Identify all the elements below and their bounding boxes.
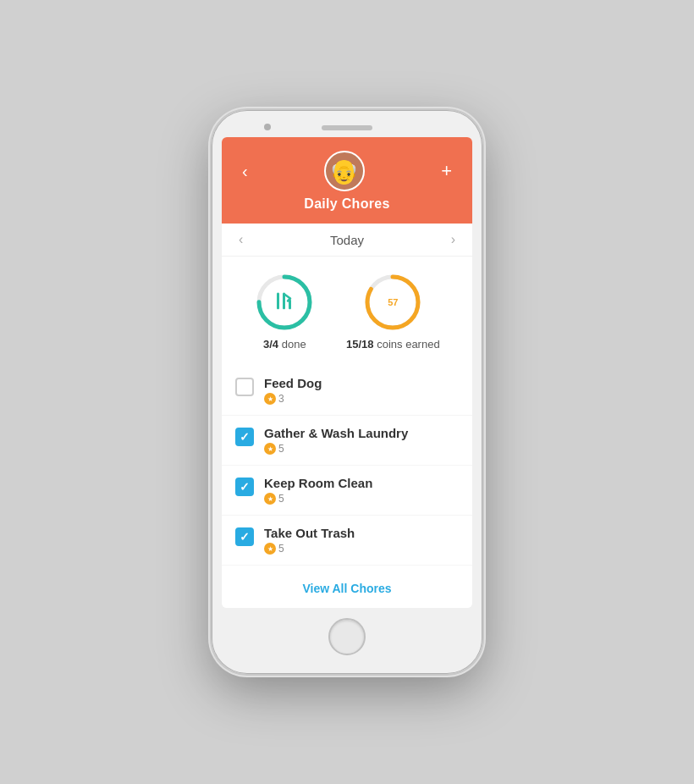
coins-circle: 57 — [362, 272, 423, 333]
chore-coins: ★ 5 — [264, 543, 459, 555]
chore-item: Keep Room Clean★ 5 — [222, 466, 472, 516]
date-prev-button[interactable]: ‹ — [239, 232, 243, 247]
phone-bottom-bar — [222, 608, 472, 664]
phone-top-bar — [222, 120, 472, 137]
chore-name: Gather & Wash Laundry — [264, 426, 459, 440]
chore-list: Feed Dog★ 3Gather & Wash Laundry★ 5Keep … — [222, 362, 472, 569]
chore-name: Feed Dog — [264, 376, 459, 390]
back-button[interactable]: ‹ — [235, 158, 255, 185]
chore-coins: ★ 3 — [264, 393, 459, 405]
stats-row: 3/4 done 57 15/18 coins earned — [222, 257, 472, 362]
chore-checkbox[interactable] — [235, 478, 254, 496]
view-all-chores-link[interactable]: View All Chores — [302, 582, 391, 595]
chore-coins: ★ 5 — [264, 493, 459, 505]
add-button[interactable]: + — [434, 157, 459, 185]
chore-name: Take Out Trash — [264, 526, 459, 540]
chore-item: Take Out Trash★ 5 — [222, 516, 472, 566]
chore-item: Gather & Wash Laundry★ 5 — [222, 416, 472, 466]
chore-info: Take Out Trash★ 5 — [264, 526, 459, 555]
date-label: Today — [330, 233, 364, 247]
phone-screen: ‹ 👴 + Daily Chores ‹ Today › — [222, 137, 472, 608]
avatar: 👴 — [324, 151, 365, 191]
svg-rect-2 — [277, 293, 279, 310]
coin-icon: ★ — [264, 493, 276, 505]
coins-label: 15/18 coins earned — [346, 338, 440, 351]
coin-icon: ★ — [264, 393, 276, 405]
coins-stat: 57 15/18 coins earned — [346, 272, 440, 351]
done-circle — [254, 272, 315, 333]
chore-checkbox[interactable] — [235, 428, 254, 446]
phone-speaker — [322, 125, 372, 130]
coins-value: 15/18 — [346, 338, 374, 351]
chore-item: Feed Dog★ 3 — [222, 366, 472, 416]
avatar-emoji: 👴 — [329, 157, 359, 185]
done-value: 3/4 — [263, 338, 278, 351]
chore-info: Gather & Wash Laundry★ 5 — [264, 426, 459, 455]
done-label: 3/4 done — [263, 338, 306, 351]
chore-name: Keep Room Clean — [264, 476, 459, 490]
chore-coins: ★ 5 — [264, 443, 459, 455]
chore-info: Keep Room Clean★ 5 — [264, 476, 459, 505]
coins-icon: 57 — [388, 297, 398, 307]
chore-checkbox[interactable] — [235, 527, 254, 546]
done-icon — [275, 293, 294, 312]
chore-checkbox[interactable] — [235, 378, 254, 396]
header-top-row: ‹ 👴 + — [235, 151, 459, 191]
chore-info: Feed Dog★ 3 — [264, 376, 459, 405]
app-header: ‹ 👴 + Daily Chores — [222, 137, 472, 224]
view-all-row: View All Chores — [222, 569, 472, 608]
page-title: Daily Chores — [304, 196, 389, 212]
date-nav: ‹ Today › — [222, 224, 472, 257]
home-button[interactable] — [328, 618, 366, 655]
phone-device: ‹ 👴 + Daily Chores ‹ Today › — [212, 110, 482, 674]
coin-icon: ★ — [264, 443, 276, 455]
done-stat: 3/4 done — [254, 272, 315, 351]
date-next-button[interactable]: › — [451, 232, 455, 247]
phone-camera — [264, 124, 271, 130]
coin-icon: ★ — [264, 543, 276, 555]
